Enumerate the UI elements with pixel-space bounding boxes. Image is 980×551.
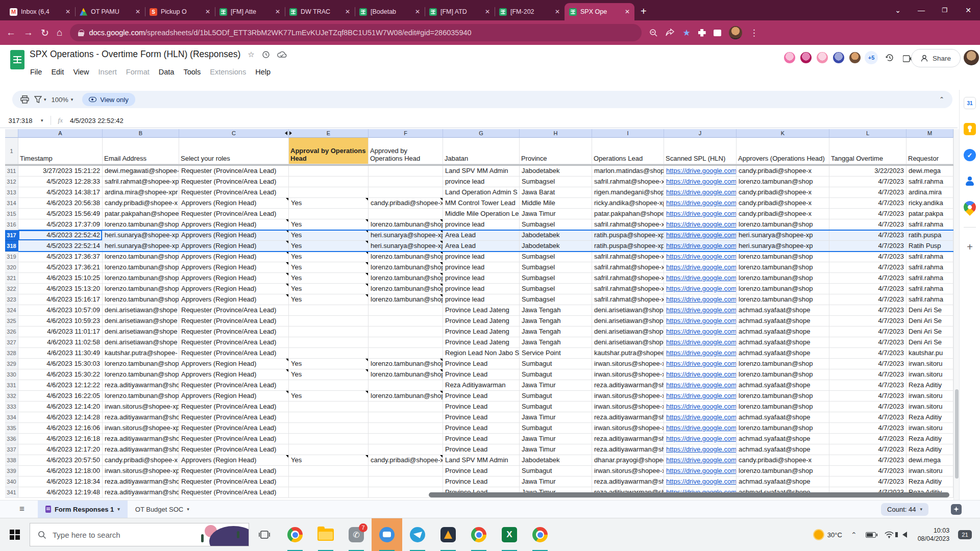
cell[interactable]: Approvers (Region Head) <box>179 391 289 402</box>
cell[interactable]: 4/5/2023 22:52:42 <box>18 230 103 241</box>
select-all-corner[interactable] <box>5 129 18 138</box>
taskbar-app[interactable] <box>433 518 463 551</box>
cell[interactable]: Jawa Timur <box>520 477 592 487</box>
cell[interactable] <box>289 166 369 177</box>
tab-close-icon[interactable]: ✕ <box>275 8 280 15</box>
cell[interactable]: reza.aditiyawarman@sho <box>103 380 179 391</box>
cell[interactable]: irwan.sitorus@shopee-xp <box>592 466 664 477</box>
cell[interactable]: 4/6/2023 15:30:22 <box>18 369 103 380</box>
cell[interactable] <box>289 434 369 444</box>
cell[interactable]: lorenzo.tambunan@shop <box>737 391 829 402</box>
column-header-G[interactable]: G <box>443 129 520 138</box>
browser-menu-icon[interactable]: ⋮ <box>750 28 758 38</box>
sheet-tab-ot-budget[interactable]: OT Budget SOC ▾ <box>128 500 197 518</box>
battery-icon[interactable] <box>866 532 876 538</box>
cell[interactable]: Region Lead Non Jabo S <box>443 348 520 359</box>
cell[interactable]: Requester (Province/Area Lead) <box>179 423 289 434</box>
cell[interactable]: Jawa Timur <box>520 380 592 391</box>
cell[interactable]: kautshar.pu <box>906 348 953 359</box>
browser-tab[interactable]: [FM] Atte✕ <box>215 3 285 20</box>
row-header[interactable]: 312 <box>5 177 18 187</box>
cell[interactable]: safril.rahmat@shopee-xp <box>592 262 664 273</box>
cell[interactable]: reza.aditiyawarman@sho <box>592 434 664 444</box>
taskbar-chrome[interactable] <box>280 518 310 551</box>
tab-close-icon[interactable]: ✕ <box>345 8 350 15</box>
cell[interactable]: province lead <box>443 262 520 273</box>
address-bar[interactable]: docs.google.com/spreadsheets/d/1bL5ODf_E… <box>70 24 642 41</box>
cell[interactable]: province lead <box>443 252 520 262</box>
cell[interactable]: marlon.matindas@shope <box>592 166 664 177</box>
cell[interactable]: candy.pribadi@shopee-x <box>103 455 179 466</box>
row-header[interactable]: 325 <box>5 316 18 327</box>
cell[interactable]: irwan.sitoru <box>906 466 953 477</box>
cell[interactable]: Requester (Province/Area Lead) <box>179 434 289 444</box>
cell[interactable] <box>289 316 369 327</box>
row-header[interactable]: 316 <box>5 219 18 230</box>
cell[interactable]: lorenzo.tambunan@shop <box>369 391 443 402</box>
cell[interactable]: https://drive.google.com/ <box>664 466 737 477</box>
cell[interactable]: irwan.sitorus@shopee-xp <box>592 369 664 380</box>
calendar-icon[interactable]: 31 <box>964 97 976 109</box>
horizontal-scrollbar[interactable] <box>429 492 949 497</box>
row-header[interactable]: 335 <box>5 423 18 434</box>
cell[interactable]: 4/6/2023 11:02:58 <box>18 337 103 348</box>
cell[interactable]: lorenzo.tambunan@shop <box>369 219 443 230</box>
cell[interactable]: candy.pribadi@shopee-x <box>369 455 443 466</box>
create-filter-button[interactable]: ▾ <box>34 96 46 103</box>
cell[interactable]: safril.rahmat@shopee-xp <box>592 219 664 230</box>
cell[interactable]: Land SPV MM Admin <box>443 455 520 466</box>
cell[interactable]: province lead <box>443 219 520 230</box>
row-header[interactable]: 313 <box>5 187 18 198</box>
cell[interactable] <box>369 412 443 423</box>
hidden-column-right-icon[interactable] <box>289 131 292 135</box>
cell[interactable]: Requester (Province/Area Lead) <box>179 177 289 187</box>
cell[interactable]: 4/5/2023 17:37:09 <box>18 219 103 230</box>
maximize-button[interactable]: ❐ <box>933 7 957 14</box>
cell[interactable]: lorenzo.tambunan@shop <box>737 219 829 230</box>
cell[interactable]: Requester (Province/Area Lead) <box>179 327 289 337</box>
cell[interactable]: 4/5/2023 15:56:49 <box>18 209 103 219</box>
cell[interactable] <box>289 487 369 498</box>
cell[interactable]: Approvers (Region Head) <box>179 230 289 241</box>
cell[interactable] <box>369 444 443 455</box>
cell[interactable]: Jabodetabek <box>520 241 592 252</box>
cell[interactable]: irwan.sitoru <box>906 391 953 402</box>
cell[interactable]: safril.rahma <box>906 294 953 305</box>
count-summary-badge[interactable]: Count: 44 ▾ <box>881 503 928 516</box>
cell[interactable]: candy.pribadi@shopee-x <box>737 198 829 209</box>
cell[interactable]: Requester (Province/Area Lead) <box>179 305 289 316</box>
cell[interactable]: Jabodetabek <box>520 166 592 177</box>
minimize-button[interactable]: — <box>910 6 933 14</box>
cell[interactable]: lorenzo.tambunan@shop <box>737 369 829 380</box>
cell[interactable]: 4/7/2023 <box>829 434 906 444</box>
cell[interactable]: https://drive.google.com/ <box>664 369 737 380</box>
cell[interactable]: dhanar.prayogi@shopee <box>592 455 664 466</box>
cell[interactable]: lorenzo.tambunan@shop <box>369 359 443 369</box>
cell[interactable]: safril.rahma <box>906 284 953 294</box>
cell[interactable] <box>289 466 369 477</box>
cell[interactable]: patar.pakpahan@shopee <box>103 209 179 219</box>
collaborator-avatar[interactable] <box>816 51 829 64</box>
cell[interactable]: 4/6/2023 12:14:28 <box>18 412 103 423</box>
cell[interactable]: Province Lead Jateng <box>443 337 520 348</box>
cell[interactable]: lorenzo.tambunan@shop <box>103 284 179 294</box>
cell[interactable]: Requester (Province/Area Lead) <box>179 348 289 359</box>
cell[interactable]: https://drive.google.com/ <box>664 209 737 219</box>
cell[interactable]: https://drive.google.com/ <box>664 444 737 455</box>
cell[interactable]: safril.rahmat@shopee-xp <box>592 294 664 305</box>
cell[interactable]: Yes <box>289 455 369 466</box>
cell[interactable]: https://drive.google.com/ <box>664 305 737 316</box>
cell[interactable]: Approvers (Region Head) <box>179 252 289 262</box>
cell[interactable]: Yes <box>289 284 369 294</box>
cell[interactable]: Jawa Timur <box>520 209 592 219</box>
cell[interactable]: Reza Aditiy <box>906 434 953 444</box>
cell[interactable]: 4/5/2023 14:38:17 <box>18 187 103 198</box>
cell[interactable]: Yes <box>289 294 369 305</box>
cell[interactable]: 4/6/2023 20:57:50 <box>18 455 103 466</box>
cell[interactable]: Province Lead Jateng <box>443 305 520 316</box>
cell[interactable]: deni.arisetiawan@shope <box>592 337 664 348</box>
vertical-scrollbar-track[interactable] <box>953 129 959 500</box>
cell[interactable]: Jawa Tengah <box>520 327 592 337</box>
browser-profile-avatar[interactable] <box>729 26 742 39</box>
cell[interactable]: 4/6/2023 12:18:34 <box>18 477 103 487</box>
